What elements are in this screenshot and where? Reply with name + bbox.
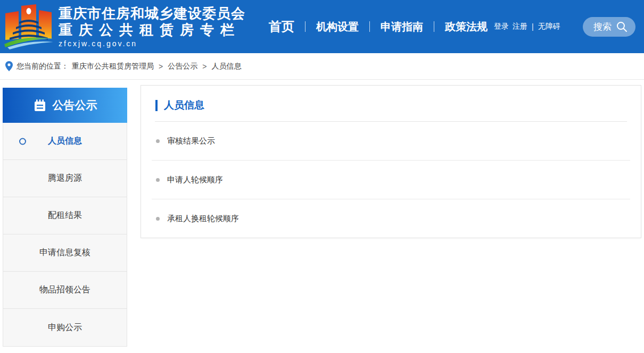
sidebar-item-lost-and-found[interactable]: 物品招领公告	[3, 272, 127, 309]
page-body: 公告公示 人员信息 腾退房源 配租结果 申请信息复核 物品招领公告 申购公示	[0, 80, 644, 347]
sidebar-item-label: 人员信息	[48, 136, 82, 147]
bullet-dot-icon	[156, 178, 160, 182]
breadcrumb-separator: >	[202, 62, 207, 71]
search-button[interactable]: 搜索	[583, 17, 635, 37]
logo-title-line2: 重庆公共租赁房专栏	[59, 22, 245, 38]
sidebar-item-label: 物品招领公告	[39, 284, 90, 296]
logo-url: zfcxjw.cq.gov.cn	[59, 39, 245, 48]
main-nav: 首页 机构设置 申请指南 政策法规	[269, 18, 488, 35]
link-tenant-exchange-waiting-order[interactable]: 承租人换租轮候顺序	[167, 214, 239, 224]
nav-separator	[434, 21, 434, 32]
sidebar-menu: 人员信息 腾退房源 配租结果 申请信息复核 物品招领公告 申购公示	[3, 123, 127, 347]
location-pin-icon	[5, 61, 13, 71]
title-accent-bar	[155, 100, 158, 111]
sidebar-item-label: 申购公示	[48, 322, 82, 333]
utility-separator: |	[532, 22, 534, 31]
main-content-card: 人员信息 审核结果公示 申请人轮候顺序 承租人换租轮候顺序	[141, 85, 641, 238]
nav-separator	[305, 21, 306, 32]
breadcrumb: 您当前的位置： 重庆市公共租赁房管理局 > 公告公示 > 人员信息	[0, 53, 644, 80]
chongqing-buildings-logo-icon	[4, 4, 53, 49]
page-title: 人员信息	[164, 98, 204, 112]
link-applicant-waiting-order[interactable]: 申请人轮候顺序	[167, 175, 223, 185]
search-icon	[616, 21, 627, 32]
active-item-circle-icon	[19, 138, 26, 145]
search-button-label: 搜索	[593, 21, 612, 33]
site-logo[interactable]: 重庆市住房和城乡建设委员会 重庆公共租赁房专栏 zfcxjw.cq.gov.cn	[4, 4, 245, 49]
list-item: 审核结果公示	[141, 122, 641, 160]
sidebar-item-vacated-housing[interactable]: 腾退房源	[3, 160, 127, 197]
accessibility-link[interactable]: 无障碍	[538, 22, 560, 31]
nav-item-policies[interactable]: 政策法规	[445, 20, 488, 34]
bullet-dot-icon	[156, 139, 160, 143]
sidebar-item-personnel-info[interactable]: 人员信息	[3, 123, 127, 160]
breadcrumb-prefix: 您当前的位置：	[16, 62, 69, 71]
logo-text: 重庆市住房和城乡建设委员会 重庆公共租赁房专栏 zfcxjw.cq.gov.cn	[59, 5, 245, 48]
sidebar-header-label: 公告公示	[53, 98, 97, 113]
logo-title-line1: 重庆市住房和城乡建设委员会	[59, 5, 245, 22]
breadcrumb-item-bureau[interactable]: 重庆市公共租赁房管理局	[72, 62, 154, 71]
list-item: 承租人换租轮候顺序	[141, 199, 641, 238]
nav-item-apply-guide[interactable]: 申请指南	[381, 20, 423, 34]
sidebar-item-label: 配租结果	[48, 210, 82, 221]
nav-item-organization[interactable]: 机构设置	[316, 20, 359, 34]
register-link[interactable]: 注册	[513, 22, 527, 31]
link-audit-results[interactable]: 审核结果公示	[167, 136, 215, 146]
sidebar-item-label: 腾退房源	[48, 173, 82, 184]
nav-separator	[369, 21, 370, 32]
bullet-dot-icon	[156, 217, 160, 221]
sidebar-item-allocation-results[interactable]: 配租结果	[3, 197, 127, 234]
list-item: 申请人轮候顺序	[141, 161, 641, 199]
card-title-row: 人员信息	[141, 86, 641, 121]
breadcrumb-item-announcements[interactable]: 公告公示	[168, 62, 197, 71]
sidebar-item-application-review[interactable]: 申请信息复核	[3, 234, 127, 272]
sidebar-item-label: 申请信息复核	[39, 247, 90, 258]
login-link[interactable]: 登录	[494, 22, 509, 31]
sidebar-header: 公告公示	[3, 88, 127, 123]
sidebar-item-purchase-publicity[interactable]: 申购公示	[3, 309, 127, 346]
site-header: 重庆市住房和城乡建设委员会 重庆公共租赁房专栏 zfcxjw.cq.gov.cn…	[0, 0, 644, 53]
sidebar: 公告公示 人员信息 腾退房源 配租结果 申请信息复核 物品招领公告 申购公示	[3, 88, 127, 347]
utility-links: 登录 注册 | 无障碍	[494, 22, 560, 31]
notebook-icon	[33, 98, 47, 112]
breadcrumb-separator: >	[159, 62, 163, 71]
nav-item-home[interactable]: 首页	[269, 18, 294, 35]
breadcrumb-item-personnel[interactable]: 人员信息	[211, 62, 241, 71]
